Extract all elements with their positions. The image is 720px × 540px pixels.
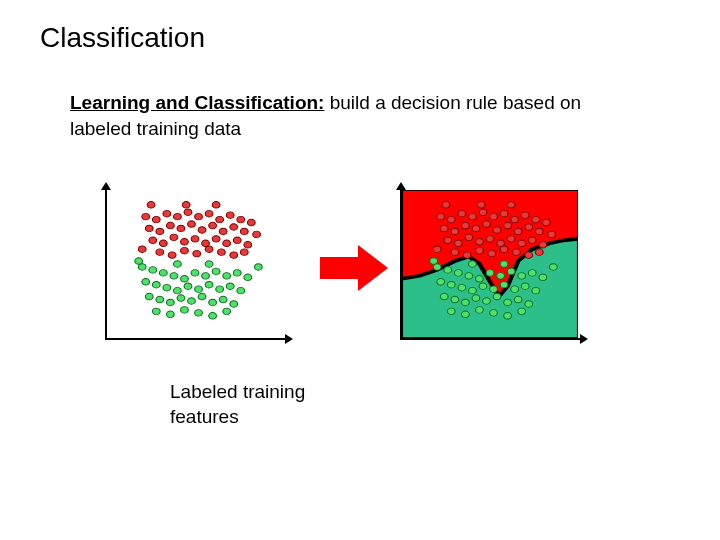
svg-point-130 [433, 264, 441, 271]
svg-point-0 [142, 213, 150, 220]
scatter-plot-training: Labeled training features [105, 190, 295, 350]
svg-point-108 [465, 234, 473, 241]
svg-point-135 [486, 270, 494, 277]
svg-point-56 [152, 281, 160, 288]
svg-point-60 [195, 286, 203, 293]
svg-point-16 [209, 222, 217, 229]
svg-point-102 [504, 222, 512, 229]
svg-point-24 [191, 236, 199, 243]
svg-point-43 [138, 246, 146, 253]
axes [105, 190, 295, 350]
svg-point-64 [237, 287, 245, 294]
svg-point-3 [174, 213, 182, 220]
svg-point-20 [149, 237, 157, 244]
svg-point-54 [244, 274, 252, 281]
arrow-icon [320, 245, 390, 291]
svg-point-144 [469, 287, 477, 294]
svg-point-36 [230, 252, 238, 259]
svg-point-83 [205, 261, 213, 268]
svg-point-79 [223, 308, 231, 315]
svg-point-100 [483, 221, 491, 228]
svg-point-29 [244, 242, 252, 249]
svg-point-81 [254, 264, 262, 271]
svg-point-156 [493, 293, 501, 300]
svg-point-107 [454, 240, 462, 247]
svg-point-154 [472, 295, 480, 302]
svg-point-141 [437, 279, 445, 286]
svg-point-157 [504, 299, 512, 306]
svg-point-73 [230, 301, 238, 308]
svg-point-55 [142, 279, 150, 286]
subtitle-lead: Learning and Classification: [70, 92, 324, 113]
svg-point-78 [209, 313, 217, 320]
svg-point-34 [205, 246, 213, 253]
svg-point-122 [525, 252, 533, 259]
svg-point-47 [170, 273, 178, 280]
svg-point-32 [181, 247, 189, 254]
svg-point-129 [433, 246, 441, 253]
svg-point-59 [184, 283, 192, 290]
svg-point-99 [472, 225, 480, 232]
svg-point-96 [440, 225, 448, 232]
svg-point-28 [233, 237, 241, 244]
svg-point-169 [500, 261, 508, 268]
svg-point-38 [147, 202, 155, 209]
svg-point-112 [507, 236, 515, 243]
svg-point-159 [525, 301, 533, 308]
scatter-canvas [107, 190, 283, 338]
svg-point-31 [168, 252, 176, 259]
svg-point-67 [166, 299, 174, 306]
svg-point-98 [461, 222, 469, 229]
svg-point-27 [223, 240, 231, 247]
svg-point-17 [219, 228, 227, 235]
svg-point-35 [218, 249, 226, 256]
svg-point-143 [458, 284, 466, 291]
svg-point-52 [223, 273, 231, 280]
svg-point-57 [163, 284, 171, 291]
svg-point-12 [166, 222, 174, 229]
svg-point-82 [174, 261, 182, 268]
scatter-plot-partition: Classification rule: partition of featur… [400, 190, 590, 350]
svg-point-65 [145, 293, 153, 300]
svg-point-105 [535, 228, 543, 235]
svg-point-121 [513, 249, 521, 256]
svg-point-5 [195, 213, 203, 220]
svg-point-10 [145, 225, 153, 232]
svg-point-63 [226, 283, 234, 290]
svg-point-18 [230, 224, 238, 231]
svg-point-87 [447, 216, 455, 223]
svg-point-25 [202, 240, 210, 247]
svg-point-151 [440, 293, 448, 300]
svg-point-113 [518, 240, 526, 247]
svg-point-40 [212, 202, 220, 209]
svg-point-152 [451, 296, 459, 303]
subtitle: Learning and Classification: build a dec… [70, 90, 630, 141]
svg-point-153 [461, 299, 469, 306]
svg-point-2 [163, 210, 171, 217]
svg-point-58 [174, 287, 182, 294]
svg-point-62 [216, 286, 224, 293]
svg-point-110 [486, 236, 494, 243]
svg-point-48 [181, 276, 189, 283]
svg-point-76 [181, 307, 189, 314]
svg-point-92 [500, 210, 508, 217]
svg-point-42 [253, 231, 261, 238]
svg-point-86 [437, 213, 445, 220]
svg-point-45 [149, 267, 157, 274]
svg-point-46 [159, 270, 167, 277]
svg-point-167 [549, 264, 557, 271]
svg-point-115 [539, 242, 547, 249]
svg-point-116 [451, 249, 459, 256]
svg-point-145 [479, 283, 487, 290]
svg-point-163 [490, 310, 498, 317]
svg-point-21 [159, 240, 167, 247]
svg-point-136 [497, 273, 505, 280]
svg-point-71 [209, 299, 217, 306]
svg-point-168 [469, 261, 477, 268]
svg-point-126 [507, 202, 515, 209]
svg-point-132 [454, 270, 462, 277]
svg-point-149 [521, 283, 529, 290]
svg-point-140 [539, 274, 547, 281]
svg-point-80 [135, 258, 143, 265]
svg-point-70 [198, 293, 206, 300]
